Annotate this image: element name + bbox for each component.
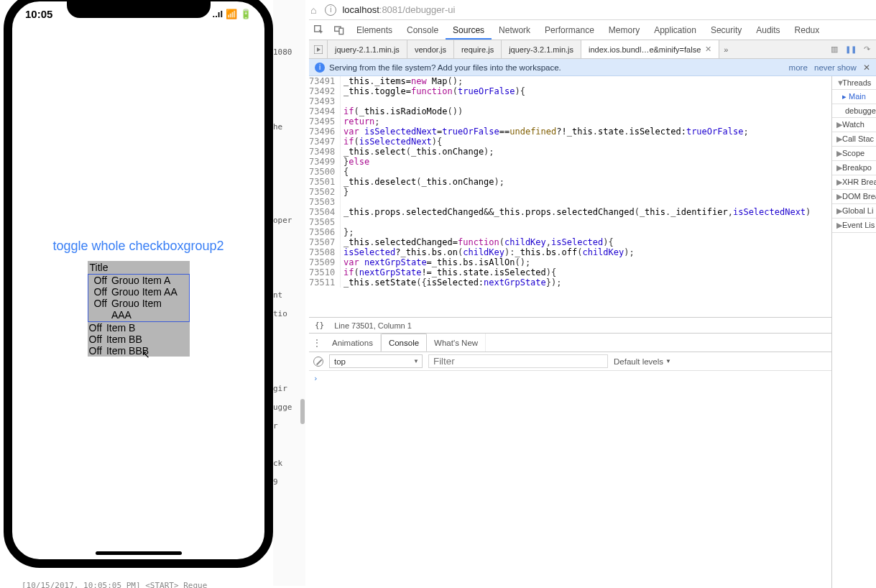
scrollbar-handle[interactable]: [300, 399, 305, 424]
line-number[interactable]: 73506: [309, 227, 341, 237]
line-number[interactable]: 73511: [309, 277, 341, 288]
url-text: localhost:8081/debugger-ui: [342, 4, 455, 15]
checkbox-group: Title OffGrouo Item A OffGrouo Item AA O…: [88, 261, 190, 357]
file-tab[interactable]: vendor.js: [407, 40, 454, 58]
threads-section[interactable]: ▼Threads: [832, 76, 876, 90]
thread-item-main[interactable]: ▸ Main: [832, 90, 876, 104]
sidebar-section[interactable]: ▶Event Lis: [832, 219, 876, 233]
home-icon[interactable]: ⌂: [310, 4, 316, 16]
list-item[interactable]: OffGrouo Item A: [88, 275, 189, 286]
browser-url-bar[interactable]: ⌂ i localhost:8081/debugger-ui: [309, 0, 876, 20]
log-levels-select[interactable]: Default levels▼: [614, 357, 671, 366]
code-text: [341, 217, 344, 227]
toggle-device-icon[interactable]: [329, 25, 349, 35]
line-number[interactable]: 73507: [309, 237, 341, 247]
source-code[interactable]: 73491_this._items=new Map();73492_this.t…: [309, 76, 831, 317]
code-text: }: [341, 187, 349, 197]
line-number[interactable]: 73502: [309, 187, 341, 197]
line-number[interactable]: 73491: [309, 76, 341, 86]
tab-security[interactable]: Security: [704, 20, 749, 40]
info-never-show-link[interactable]: never show: [814, 63, 857, 72]
tab-memory[interactable]: Memory: [601, 20, 647, 40]
show-navigator-icon[interactable]: ▥: [831, 45, 838, 54]
group-title: Title: [88, 261, 190, 274]
home-indicator[interactable]: [96, 551, 182, 555]
drawer-tab-what-s-new[interactable]: What's New: [427, 334, 486, 352]
tab-redux[interactable]: Redux: [788, 20, 827, 40]
line-number[interactable]: 73505: [309, 217, 341, 227]
tab-network[interactable]: Network: [492, 20, 538, 40]
sidebar-section[interactable]: ▶XHR Brea: [832, 175, 876, 190]
drawer-menu-icon[interactable]: ⋮: [309, 338, 325, 348]
line-number[interactable]: 73503: [309, 197, 341, 207]
console-prompt-icon: ›: [313, 374, 318, 383]
list-item[interactable]: OffItem B: [88, 322, 190, 334]
status-right: ..ıl 📶 🔋: [213, 9, 252, 19]
battery-icon: 🔋: [240, 9, 252, 19]
list-item[interactable]: OffItem BB: [88, 334, 190, 345]
step-over-icon[interactable]: ↷: [864, 45, 870, 54]
code-text: if(_this.isRadioMode()): [341, 106, 463, 116]
inspect-element-icon[interactable]: [309, 25, 329, 35]
toggle-group-button[interactable]: toggle whole checkboxgroup2: [12, 239, 264, 254]
background-editor-strip: 1080heopernttiogiruggerck9: [273, 0, 305, 586]
line-number[interactable]: 73497: [309, 137, 341, 147]
line-number[interactable]: 73499: [309, 157, 341, 167]
tab-performance[interactable]: Performance: [538, 20, 601, 40]
clear-console-icon[interactable]: [313, 357, 323, 367]
sidebar-section[interactable]: ▶Scope: [832, 147, 876, 161]
sidebar-section[interactable]: ▶Breakpo: [832, 161, 876, 175]
tab-console[interactable]: Console: [400, 20, 446, 40]
line-number[interactable]: 73498: [309, 147, 341, 157]
line-number[interactable]: 73493: [309, 96, 341, 106]
list-item[interactable]: OffGrouo Item AAA: [88, 298, 189, 321]
line-number[interactable]: 73496: [309, 127, 341, 137]
list-item[interactable]: OffGrouo Item AA: [88, 286, 189, 298]
console-body[interactable]: ›: [309, 371, 831, 588]
more-tabs-icon[interactable]: »: [719, 45, 732, 54]
file-tab[interactable]: jquery-2.1.1.min.js: [328, 40, 407, 58]
line-number[interactable]: 73508: [309, 247, 341, 257]
context-select[interactable]: top: [329, 354, 423, 368]
pretty-print-icon[interactable]: {}: [315, 321, 324, 330]
code-text: _this.deselect(_this.onChange);: [341, 177, 504, 187]
drawer-tab-console[interactable]: Console: [381, 334, 427, 352]
drawer-tab-animations[interactable]: Animations: [325, 334, 381, 352]
line-number[interactable]: 73492: [309, 86, 341, 96]
sidebar-section[interactable]: ▶Watch: [832, 118, 876, 132]
tab-elements[interactable]: Elements: [349, 20, 400, 40]
list-item[interactable]: OffItem BBB: [88, 345, 190, 357]
thread-item-worker[interactable]: debugge: [832, 104, 876, 118]
site-info-icon[interactable]: i: [325, 4, 336, 16]
sidebar-section[interactable]: ▶DOM Brea: [832, 190, 876, 204]
line-number[interactable]: 73501: [309, 177, 341, 187]
sidebar-section[interactable]: ▶Call Stac: [832, 132, 876, 147]
file-tab[interactable]: index.ios.bundl…e&minify=false✕: [581, 40, 719, 58]
info-more-link[interactable]: more: [789, 63, 808, 72]
line-number[interactable]: 73500: [309, 167, 341, 177]
subgroup-a: OffGrouo Item A OffGrouo Item AA OffGrou…: [88, 274, 190, 322]
sidebar-section[interactable]: ▶Global Li: [832, 204, 876, 219]
console-filter-input[interactable]: [428, 354, 608, 368]
line-number[interactable]: 73509: [309, 257, 341, 267]
file-tab[interactable]: require.js: [454, 40, 502, 58]
line-number[interactable]: 73504: [309, 207, 341, 217]
code-text: if(isSelectedNext){: [341, 137, 442, 147]
devtools-tabs: ElementsConsoleSourcesNetworkPerformance…: [309, 20, 876, 40]
source-panel: 73491_this._items=new Map();73492_this.t…: [309, 76, 831, 588]
tab-sources[interactable]: Sources: [446, 20, 492, 40]
console-toolbar: top Default levels▼: [309, 352, 831, 371]
code-text: _this.select(_this.onChange);: [341, 147, 494, 157]
file-tab[interactable]: jquery-3.2.1.min.js: [502, 40, 581, 58]
line-number[interactable]: 73494: [309, 106, 341, 116]
line-number[interactable]: 73495: [309, 116, 341, 127]
wifi-icon: 📶: [226, 9, 237, 19]
tab-application[interactable]: Application: [647, 20, 704, 40]
run-snippet-icon[interactable]: [309, 40, 328, 58]
line-number[interactable]: 73510: [309, 267, 341, 277]
close-icon[interactable]: ✕: [863, 63, 870, 72]
code-status-bar: {} Line 73501, Column 1: [309, 317, 831, 333]
pause-script-icon[interactable]: ❚❚: [845, 45, 857, 53]
tab-audits[interactable]: Audits: [749, 20, 787, 40]
close-tab-icon[interactable]: ✕: [705, 45, 711, 54]
